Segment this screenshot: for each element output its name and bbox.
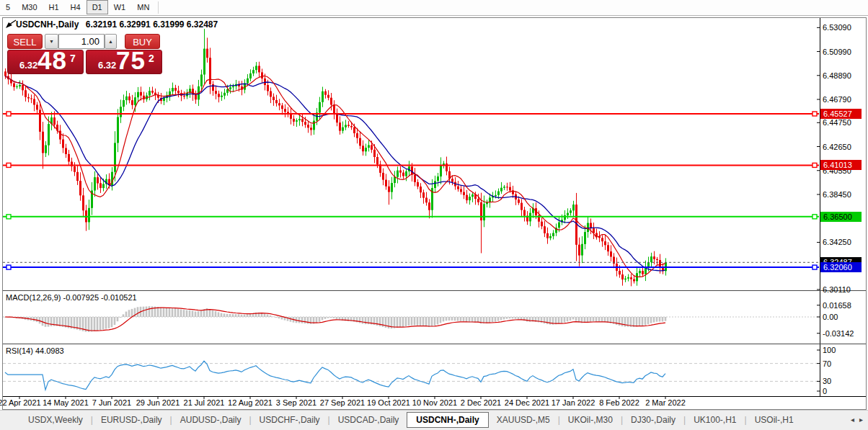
timeframe-button-m30[interactable]: M30 (16, 0, 43, 14)
sell-price-pipette: 7 (70, 53, 76, 64)
date-axis-label: 24 Dec 2021 (505, 398, 549, 407)
sell-price-display[interactable]: 6.32 48 7 (7, 50, 84, 74)
date-axis-label: 2 Mar 2022 (645, 398, 686, 407)
price-level-label: 6.45527 (820, 109, 862, 119)
date-axis-label: 10 Nov 2021 (412, 398, 457, 407)
macd-axis-tick: 0.01658 (823, 301, 851, 310)
date-axis-label: 3 Sep 2021 (276, 398, 316, 407)
rsi-axis-tick: 30 (823, 377, 831, 386)
price-level-label: 6.41013 (820, 160, 862, 170)
rsi-axis-tick: 0 (823, 387, 827, 396)
price-level-label: 6.32060 (820, 262, 862, 272)
date-axis-label: 19 Oct 2021 (367, 398, 410, 407)
chart-tab-usdcnh-daily[interactable]: USDCNH-,Daily (407, 412, 488, 428)
date-axis-label: 29 Jun 2021 (136, 398, 180, 407)
macd-indicator-label: MACD(12,26,9) -0.007925 -0.010521 (6, 293, 137, 302)
macd-axis-tick: -0.03142 (823, 329, 854, 339)
timeframe-button-h4[interactable]: H4 (65, 0, 87, 14)
chart-ohlc-values: 6.32191 6.32991 6.31999 6.32487 (86, 19, 218, 30)
macd-axis-tick: 0.00 (823, 313, 838, 322)
price-axis-tick: 6.53090 (823, 23, 851, 32)
rsi-indicator-label: RSI(14) 44.0983 (6, 346, 64, 355)
chart-title: USDCNH-,Daily 6.32191 6.32991 6.31999 6.… (16, 19, 218, 30)
timeframe-button-w1[interactable]: W1 (108, 0, 132, 14)
chart-tab-xauusd-m5[interactable]: XAUUSD-,M5 (489, 413, 558, 428)
volume-increase-button[interactable]: ▲ (105, 34, 117, 49)
timeframe-toolbar: 5M30H1H4D1W1MN (0, 0, 868, 16)
price-axis-tick: 6.38450 (823, 190, 851, 200)
buy-price-pipette: 2 (149, 53, 154, 64)
chart-tab-usdx-weekly[interactable]: USDX,Weekly (20, 413, 91, 428)
buy-price-prefix: 6.32 (98, 60, 116, 71)
date-axis-label: 7 Jun 2021 (92, 398, 131, 407)
price-axis-tick: 6.30110 (823, 285, 851, 295)
price-axis-tick: 6.42650 (823, 143, 851, 152)
date-axis-label: 14 May 2021 (43, 398, 89, 407)
price-axis-tick: 6.34250 (823, 238, 851, 247)
chart-tab-ukoil-m30[interactable]: UKOil-,M30 (560, 413, 621, 428)
date-axis-label: 21 Jul 2021 (184, 398, 225, 407)
chart-tab-bar: USDX,Weekly|EURUSD-,Daily|AUDUSD-,Daily|… (0, 410, 868, 430)
chart-symbol-label: USDCNH-,Daily (16, 19, 79, 30)
chart-tab-uk100-h1[interactable]: UK100-,H1 (686, 413, 744, 428)
chart-tab-usdchf-daily[interactable]: USDCHF-,Daily (252, 413, 328, 428)
date-axis-label: 17 Jan 2022 (552, 398, 595, 407)
tab-scroll-right-icon[interactable]: ▸ (859, 416, 863, 424)
chart-tab-usoil-h1[interactable]: USOil-,H1 (747, 413, 802, 428)
chart-tab-dj30-daily[interactable]: DJ30-,Daily (623, 413, 683, 428)
timeframe-button-5[interactable]: 5 (0, 0, 16, 14)
price-axis-tick: 6.48890 (823, 71, 851, 81)
date-axis-label: 2 Dec 2021 (461, 398, 501, 407)
date-axis-label: 27 Sep 2021 (320, 398, 365, 407)
rsi-axis-tick: 100 (823, 346, 836, 355)
chart-tab-eurusd-daily[interactable]: EURUSD-,Daily (93, 413, 170, 428)
price-level-label: 6.36500 (820, 212, 862, 222)
price-axis-tick: 6.50990 (823, 48, 851, 57)
price-axis-tick: 6.46790 (823, 95, 851, 104)
timeframe-button-h1[interactable]: H1 (43, 0, 65, 14)
date-axis-label: 22 Apr 2021 (0, 398, 41, 407)
rsi-axis-tick: 70 (823, 359, 831, 369)
tab-scroll-left-icon[interactable]: ◂ (851, 416, 854, 424)
timeframe-button-mn[interactable]: MN (131, 0, 155, 14)
date-axis-label: 12 Aug 2021 (228, 398, 273, 407)
toolbar-divider (158, 1, 159, 14)
chart-tab-usdcad-daily[interactable]: USDCAD-,Daily (330, 413, 407, 428)
buy-price-big-digits: 75 (116, 46, 146, 75)
buy-price-display[interactable]: 6.32 75 2 (86, 50, 162, 74)
date-axis-label: 8 Feb 2022 (599, 398, 639, 407)
timeframe-button-d1[interactable]: D1 (87, 0, 108, 14)
chart-tab-audusd-daily[interactable]: AUDUSD-,Daily (172, 413, 249, 428)
chart-cursor-arrow-icon (5, 19, 17, 32)
sell-price-big-digits: 48 (37, 46, 67, 75)
sell-price-prefix: 6.32 (19, 60, 37, 71)
price-axis-tick: 6.44750 (823, 118, 851, 127)
